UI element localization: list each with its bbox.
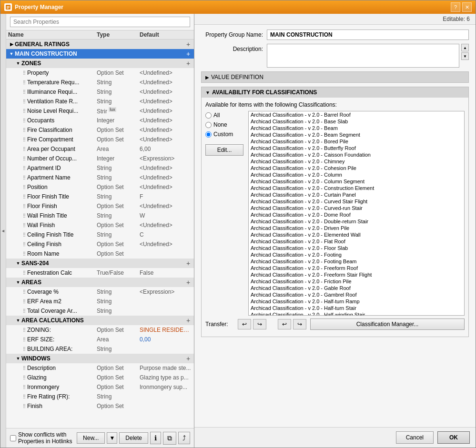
list-item[interactable]: Archicad Classification - v 2.0 - Base S… bbox=[249, 118, 464, 125]
ok-button[interactable]: OK bbox=[437, 431, 470, 444]
list-item[interactable]: Archicad Classification - v 2.0 - Freefo… bbox=[249, 271, 464, 278]
add-zones-button[interactable]: + bbox=[184, 60, 192, 67]
radio-custom[interactable] bbox=[205, 131, 212, 138]
tree-row[interactable]: ⣿ERF SIZE:Area0,00 bbox=[6, 335, 194, 344]
transfer-undo2-btn[interactable]: ↩ bbox=[278, 319, 291, 329]
new-button[interactable]: New... bbox=[77, 432, 105, 444]
list-item[interactable]: Archicad Classification - v 2.0 - Curtai… bbox=[249, 191, 464, 198]
list-item[interactable]: Archicad Classification - v 2.0 - Half-t… bbox=[249, 305, 464, 311]
list-item[interactable]: Archicad Classification - v 2.0 - Footin… bbox=[249, 258, 464, 265]
tree-row[interactable]: ⣿Fire CompartmentOption Set<Undefined> bbox=[6, 135, 194, 144]
list-item[interactable]: Archicad Classification - v 2.0 - Caisso… bbox=[249, 151, 464, 158]
tree-row[interactable]: ⣿Illuminance Requi...String<Undefined> bbox=[6, 87, 194, 97]
search-input[interactable] bbox=[10, 17, 190, 27]
list-item[interactable]: Archicad Classification - v 2.0 - Half-w… bbox=[249, 311, 464, 316]
scroll-down-button[interactable]: ▼ bbox=[461, 52, 469, 60]
scroll-up-button[interactable]: ▲ bbox=[461, 44, 469, 51]
list-item[interactable]: Archicad Classification - v 2.0 - Floor … bbox=[249, 245, 464, 251]
list-item[interactable]: Archicad Classification - v 2.0 - Elemen… bbox=[249, 231, 464, 238]
tree-row[interactable]: ⣿Coverage %String<Expression> bbox=[6, 287, 194, 297]
tree-row[interactable]: ⣿Apartment NameString<Undefined> bbox=[6, 173, 194, 182]
group-main-construction[interactable]: ▼ MAIN CONSTRUCTION + bbox=[6, 49, 194, 59]
list-item[interactable]: Archicad Classification - v 2.0 - Beam bbox=[249, 125, 464, 131]
classification-manager-button[interactable]: Classification Manager... bbox=[310, 319, 465, 330]
tree-row[interactable]: ⣿Noise Level Requi...Strir lux<Undefined… bbox=[6, 106, 194, 116]
description-textarea[interactable] bbox=[267, 44, 459, 68]
classification-list[interactable]: Archicad Classification - v 2.0 - Barrel… bbox=[248, 111, 465, 316]
list-item[interactable]: Archicad Classification - v 2.0 - Butter… bbox=[249, 145, 464, 151]
tree-row[interactable]: ⣿Ceiling Finish TitleStringC bbox=[6, 230, 194, 239]
radio-all[interactable] bbox=[205, 112, 212, 119]
group-general-ratings[interactable]: ▶ GENERAL RATINGS + bbox=[6, 40, 194, 49]
transfer-redo-btn[interactable]: ↪ bbox=[253, 319, 266, 329]
list-item[interactable]: Archicad Classification - v 2.0 - Chimne… bbox=[249, 158, 464, 165]
tree-row[interactable]: ⣿Room NameOption Set bbox=[6, 249, 194, 259]
list-item[interactable]: Archicad Classification - v 2.0 - Constr… bbox=[249, 185, 464, 191]
tree-row[interactable]: ⣿Temperature Requ...String<Undefined> bbox=[6, 78, 194, 87]
cancel-button[interactable]: Cancel bbox=[396, 431, 434, 444]
list-item[interactable]: Archicad Classification - v 2.0 - Half-t… bbox=[249, 298, 464, 305]
tree-row[interactable]: ⣿FinishOption Set bbox=[6, 401, 194, 411]
tree-row[interactable]: ⣿Wall Finish TitleStringW bbox=[6, 211, 194, 220]
edit-button[interactable]: Edit... bbox=[205, 144, 243, 156]
list-item[interactable]: Archicad Classification - v 2.0 - Footin… bbox=[249, 251, 464, 258]
tree-row[interactable]: ⣿Floor Finish TitleStringF bbox=[6, 192, 194, 201]
list-item[interactable]: Archicad Classification - v 2.0 - Fricti… bbox=[249, 278, 464, 285]
conflicts-checkbox[interactable] bbox=[10, 435, 16, 441]
subgroup-windows[interactable]: ▼ WINDOWS + bbox=[6, 354, 194, 363]
tree-row[interactable]: ⣿ZONING:Option SetSINGLE RESIDENTI... bbox=[6, 325, 194, 335]
tree-row[interactable]: ⣿Number of Occup...Integer<Expression> bbox=[6, 154, 194, 163]
list-item[interactable]: Archicad Classification - v 2.0 - Driven… bbox=[249, 225, 464, 231]
tree-row[interactable]: ⣿Wall FinishOption Set<Undefined> bbox=[6, 220, 194, 230]
subgroup-zones[interactable]: ▼ ZONES + bbox=[6, 59, 194, 68]
tree-row[interactable]: ⣿Ceiling FinishOption Set<Undefined> bbox=[6, 239, 194, 249]
value-definition-header[interactable]: ▶ VALUE DEFINITION bbox=[202, 72, 468, 82]
tree-row[interactable]: ⣿Fire Rating (FR):String bbox=[6, 392, 194, 401]
add-areas-button[interactable]: + bbox=[184, 279, 192, 286]
list-item[interactable]: Archicad Classification - v 2.0 - Beam S… bbox=[249, 131, 464, 138]
copy-button[interactable]: ⧉ bbox=[163, 432, 176, 445]
list-item[interactable]: Archicad Classification - v 2.0 - Column… bbox=[249, 178, 464, 185]
availability-header[interactable]: ▼ AVAILABILITY FOR CLASSIFICATIONS bbox=[202, 87, 468, 98]
tree-row[interactable]: ⣿PositionOption Set<Undefined> bbox=[6, 182, 194, 192]
tree-row[interactable]: ⣿OccupantsInteger<Undefined> bbox=[6, 116, 194, 125]
tree-row[interactable]: ⣿Total Coverage Ar...String bbox=[6, 306, 194, 316]
add-area-calc-button[interactable]: + bbox=[184, 317, 192, 324]
tree-row[interactable]: ⣿Apartment IDString<Undefined> bbox=[6, 163, 194, 173]
transfer-redo2-btn[interactable]: ↪ bbox=[293, 319, 306, 329]
delete-button[interactable]: Delete bbox=[119, 432, 148, 444]
close-button[interactable]: ✕ bbox=[462, 2, 472, 12]
tree-row[interactable]: ⣿Fenestration CalcTrue/FalseFalse bbox=[6, 268, 194, 278]
subgroup-sans204[interactable]: ▼ SANS-204 + bbox=[6, 259, 194, 268]
list-item[interactable]: Archicad Classification - v 2.0 - Curved… bbox=[249, 198, 464, 205]
tree-row[interactable]: ⣿DescriptionOption SetPurpose made ste..… bbox=[6, 363, 194, 373]
tree-row[interactable]: ⣿IronmongeryOption SetIronmongery sup... bbox=[6, 382, 194, 392]
tree-row[interactable]: ⣿PropertyOption Set<Undefined> bbox=[6, 68, 194, 78]
list-item[interactable]: Archicad Classification - v 2.0 - Flat R… bbox=[249, 238, 464, 245]
subgroup-areas[interactable]: ▼ AREAS + bbox=[6, 278, 194, 287]
radio-none[interactable] bbox=[205, 122, 212, 128]
info-button[interactable]: ℹ bbox=[150, 432, 161, 444]
list-item[interactable]: Archicad Classification - v 2.0 - Double… bbox=[249, 218, 464, 225]
subgroup-area-calc[interactable]: ▼ AREA CALCULATIONS + bbox=[6, 316, 194, 325]
tree-row[interactable]: ⣿Floor FinishOption Set<Undefined> bbox=[6, 201, 194, 211]
list-item[interactable]: Archicad Classification - v 2.0 - Cohesi… bbox=[249, 165, 464, 171]
property-tree[interactable]: ▶ GENERAL RATINGS + ▼ MAIN CONSTRUCTION … bbox=[6, 40, 194, 428]
tree-row[interactable]: ⣿ERF Area m2String bbox=[6, 297, 194, 306]
tree-row[interactable]: ⣿Ventilation Rate R...String<Undefined> bbox=[6, 97, 194, 106]
list-item[interactable]: Archicad Classification - v 2.0 - Barrel… bbox=[249, 111, 464, 118]
add-sans204-button[interactable]: + bbox=[184, 259, 192, 267]
list-item[interactable]: Archicad Classification - v 2.0 - Gable … bbox=[249, 285, 464, 291]
tree-row[interactable]: ⣿GlazingOption SetGlazing type as p... bbox=[6, 373, 194, 382]
list-item[interactable]: Archicad Classification - v 2.0 - Gambre… bbox=[249, 291, 464, 298]
transfer-undo-btn[interactable]: ↩ bbox=[238, 319, 251, 329]
list-item[interactable]: Archicad Classification - v 2.0 - Curved… bbox=[249, 205, 464, 211]
list-item[interactable]: Archicad Classification - v 2.0 - Column bbox=[249, 171, 464, 178]
help-button[interactable]: ? bbox=[451, 2, 460, 12]
list-item[interactable]: Archicad Classification - v 2.0 - Bored … bbox=[249, 138, 464, 145]
tree-row[interactable]: ⣿Fire ClassificationOption Set<Undefined… bbox=[6, 125, 194, 135]
add-windows-button[interactable]: + bbox=[184, 355, 192, 362]
panel-divider-arrow[interactable]: ◄ bbox=[0, 14, 6, 448]
list-item[interactable]: Archicad Classification - v 2.0 - Dome R… bbox=[249, 211, 464, 218]
add-general-ratings-button[interactable]: + bbox=[184, 40, 192, 48]
